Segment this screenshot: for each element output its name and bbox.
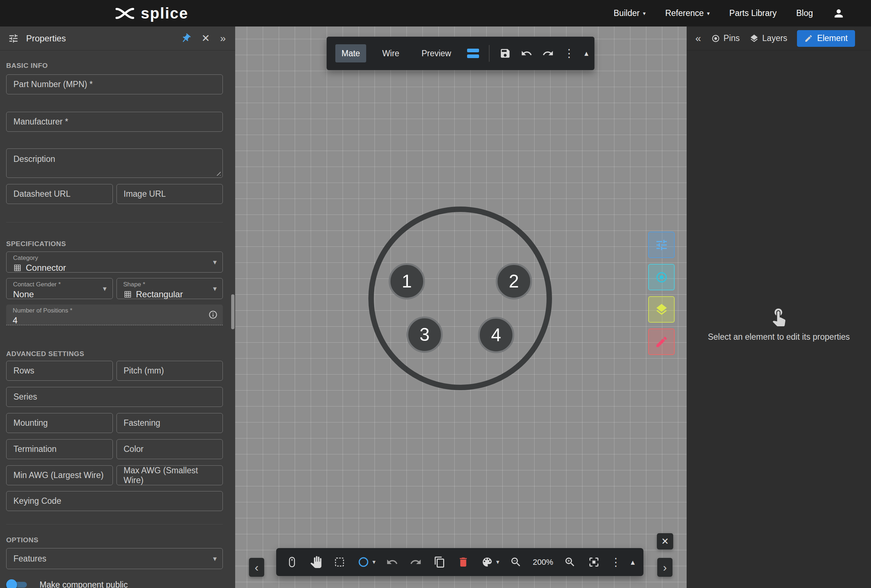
part-number-placeholder: Part Number (MPN) * (13, 79, 93, 89)
shape-value-row: Rectangular (123, 289, 216, 299)
description-placeholder: Description (13, 154, 55, 164)
part-number-field[interactable]: Part Number (MPN) * (6, 75, 223, 94)
tab-pins[interactable]: Pins (711, 33, 740, 43)
undo-button[interactable] (385, 554, 399, 570)
chevron-down-icon[interactable]: ▾ (373, 558, 376, 566)
pins-toggle-button[interactable] (648, 264, 675, 290)
splice-logo-text: splice (141, 5, 189, 22)
nav-parts-library[interactable]: Parts Library (729, 8, 777, 18)
redo-icon (410, 556, 422, 568)
pin-3[interactable]: 3 (407, 317, 443, 353)
collapse-toolbar-button[interactable]: ▴ (584, 49, 588, 57)
mounting-field[interactable]: Mounting (6, 413, 113, 433)
marquee-select-button[interactable] (332, 554, 347, 570)
account-button[interactable] (832, 6, 847, 21)
chevron-down-icon[interactable]: ▾ (496, 558, 499, 566)
pitch-field[interactable]: Pitch (mm) (117, 361, 223, 381)
layers-toggle-button[interactable] (648, 296, 675, 323)
mouse-mode-button[interactable] (285, 554, 299, 570)
positions-value: 4 (13, 316, 216, 326)
splice-logo-icon (115, 7, 135, 20)
next-button[interactable]: › (657, 558, 672, 577)
previous-button[interactable]: ‹ (249, 558, 264, 577)
collapse-toolbar-button[interactable]: ▴ (631, 558, 635, 566)
color-field[interactable]: Color (117, 439, 223, 459)
more-options-button[interactable]: ⋮ (564, 48, 575, 59)
category-select[interactable]: Category Connector ▾ (6, 251, 223, 272)
positions-field[interactable]: Number of Positions * 4 (6, 305, 223, 325)
splice-logo[interactable]: splice (115, 0, 189, 27)
redo-button[interactable] (542, 45, 554, 61)
tab-element[interactable]: Element (797, 30, 855, 47)
datasheet-url-field[interactable]: Datasheet URL (6, 184, 113, 204)
pin-right-panel-icon[interactable] (861, 34, 868, 42)
properties-panel-body: BASIC INFO Part Number (MPN) * Manufactu… (0, 51, 230, 588)
collapse-right-panel-icon[interactable]: « (695, 33, 701, 43)
close-panel-icon[interactable]: ✕ (201, 33, 210, 43)
features-select[interactable]: Features ▾ (6, 548, 223, 569)
nav-blog[interactable]: Blog (796, 8, 813, 18)
delete-button[interactable] (456, 554, 470, 570)
circle-shape-button[interactable] (356, 554, 371, 570)
manufacturer-field[interactable]: Manufacturer * (6, 112, 223, 132)
target-icon (655, 271, 669, 284)
keying-code-placeholder: Keying Code (13, 496, 61, 506)
tab-pins-label: Pins (724, 33, 740, 43)
make-public-toggle[interactable] (6, 578, 29, 588)
grid-icon (13, 263, 22, 272)
preview-tab[interactable]: Preview (415, 44, 457, 63)
undo-icon (386, 556, 398, 568)
close-button[interactable]: ✕ (657, 533, 673, 549)
pin-2-label: 2 (509, 271, 519, 292)
max-awg-field[interactable]: Max AWG (Smallest Wire) (117, 465, 223, 485)
pin-1[interactable]: 1 (389, 263, 425, 299)
redo-button[interactable] (409, 554, 423, 570)
layout-rows-icon[interactable] (467, 49, 479, 58)
redo-icon (542, 48, 554, 59)
pin-panel-icon[interactable] (178, 30, 193, 46)
save-button[interactable] (499, 45, 511, 61)
properties-toggle-button[interactable] (648, 232, 675, 258)
chevron-down-icon: ▾ (103, 284, 106, 293)
copy-icon (434, 556, 446, 568)
zoom-in-button[interactable] (563, 554, 577, 570)
pin-4[interactable]: 4 (478, 317, 514, 353)
tab-layers-label: Layers (762, 33, 787, 43)
rows-field[interactable]: Rows (6, 361, 113, 381)
pencil-icon (804, 34, 813, 43)
duplicate-button[interactable] (432, 554, 446, 570)
more-options-button[interactable]: ⋮ (611, 557, 621, 568)
fit-to-screen-button[interactable] (587, 554, 601, 570)
zoom-out-button[interactable] (509, 554, 523, 570)
nav-reference[interactable]: Reference ▾ (665, 8, 710, 18)
image-url-field[interactable]: Image URL (117, 184, 223, 204)
mate-tab[interactable]: Mate (335, 44, 366, 63)
pin-2[interactable]: 2 (496, 263, 532, 299)
termination-field[interactable]: Termination (6, 439, 113, 459)
color-palette-button[interactable] (480, 554, 494, 570)
image-url-placeholder: Image URL (124, 189, 166, 199)
scrollbar-thumb[interactable] (231, 294, 235, 329)
pan-mode-button[interactable] (308, 554, 323, 570)
undo-button[interactable] (521, 45, 533, 61)
element-toggle-button[interactable] (648, 329, 675, 355)
collapse-panel-icon[interactable]: » (220, 33, 226, 43)
connector-outline[interactable] (368, 206, 552, 390)
fastening-field[interactable]: Fastening (117, 413, 223, 433)
design-canvas[interactable]: 1 2 3 4 Mate Wire Preview ⋮ ▴ ▾ ▾ 200% (235, 27, 687, 588)
info-icon[interactable] (208, 310, 218, 319)
series-field[interactable]: Series (6, 387, 223, 407)
tab-layers[interactable]: Layers (750, 33, 787, 43)
wire-tab[interactable]: Wire (376, 44, 406, 63)
resize-handle[interactable] (216, 171, 221, 176)
keying-code-field[interactable]: Keying Code (6, 491, 223, 511)
contact-gender-select[interactable]: Contact Gender * None ▾ (6, 278, 113, 299)
nav-builder[interactable]: Builder ▾ (614, 8, 646, 18)
min-awg-field[interactable]: Min AWG (Largest Wire) (6, 465, 113, 485)
contact-gender-value: None (13, 289, 34, 299)
fastening-placeholder: Fastening (124, 418, 160, 428)
description-field[interactable]: Description (6, 148, 223, 178)
awg-row: Min AWG (Largest Wire) Max AWG (Smallest… (6, 465, 223, 485)
chevron-down-icon: ▾ (213, 554, 217, 563)
shape-select[interactable]: Shape * Rectangular ▾ (117, 278, 223, 299)
